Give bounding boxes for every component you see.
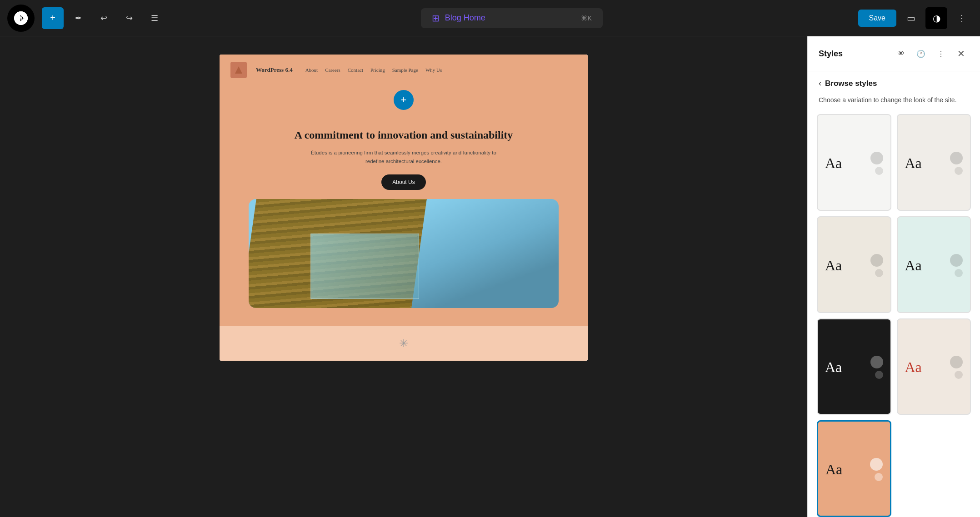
style-dot-large <box>870 356 883 368</box>
style-aa-label: Aa <box>825 461 842 478</box>
style-dots <box>870 152 883 175</box>
undo-button[interactable]: ↩ <box>93 7 115 29</box>
more-icon: ⋮ <box>957 13 966 24</box>
styles-more-icon: ⋮ <box>937 50 945 58</box>
style-dot-small <box>955 269 963 277</box>
style-dot-small <box>955 167 963 175</box>
dark-mode-button[interactable]: ◑ <box>925 7 947 29</box>
pen-tool-button[interactable]: ✒ <box>67 7 89 29</box>
add-block-inner-button[interactable]: + <box>394 90 414 110</box>
list-view-button[interactable]: ☰ <box>144 7 165 29</box>
styles-eye-button[interactable]: 👁 <box>893 45 909 62</box>
back-arrow-icon: ‹ <box>819 79 821 88</box>
add-block-button[interactable]: + <box>42 7 64 29</box>
hero-subtitle: Études is a pioneering firm that seamles… <box>308 149 499 165</box>
style-dot-small <box>875 473 883 481</box>
style-variation-4[interactable]: Aa <box>897 216 971 313</box>
nav-contact[interactable]: Contact <box>348 67 363 73</box>
styles-panel-actions: 👁 🕐 ⋮ ✕ <box>893 45 969 62</box>
list-icon: ☰ <box>151 13 158 23</box>
style-variation-5[interactable]: Aa <box>817 318 891 415</box>
browse-description: Choose a variation to change the look of… <box>808 95 980 114</box>
view-icon: ▭ <box>907 13 915 24</box>
style-aa-label: Aa <box>825 257 842 274</box>
nav-about[interactable]: About <box>305 67 318 73</box>
style-aa-label: Aa <box>825 359 842 376</box>
wp-logo-icon: W <box>13 10 29 26</box>
more-options-button[interactable]: ⋮ <box>951 7 973 29</box>
styles-panel: Styles 👁 🕐 ⋮ ✕ ‹ Browse styles <box>807 36 980 517</box>
main-area: WordPress 6.4 About Careers Contact Pric… <box>0 36 980 517</box>
styles-panel-header: Styles 👁 🕐 ⋮ ✕ <box>808 36 980 71</box>
layout-icon: ⊞ <box>432 13 440 24</box>
nav-why-us[interactable]: Why Us <box>425 67 442 73</box>
style-variation-2[interactable]: Aa <box>897 114 971 211</box>
style-variation-7[interactable]: Aa <box>817 420 891 517</box>
wp-logo: W <box>7 5 35 32</box>
style-variations: Aa Aa Aa <box>808 114 980 517</box>
close-icon: ✕ <box>957 48 965 59</box>
dark-mode-icon: ◑ <box>933 13 940 24</box>
style-aa-label: Aa <box>905 359 922 376</box>
nav-careers[interactable]: Careers <box>325 67 340 73</box>
styles-panel-title: Styles <box>819 49 843 59</box>
architecture-image <box>249 199 559 308</box>
toolbar: W + ✒ ↩ ↪ ☰ ⊞ Blog Home ⌘K Save ▭ ◑ ⋮ <box>0 0 980 36</box>
toolbar-right: Save ▭ ◑ ⋮ <box>858 7 973 29</box>
styles-more-button[interactable]: ⋮ <box>933 45 949 62</box>
style-dots <box>950 152 963 175</box>
style-dot-large <box>870 254 883 267</box>
style-aa-label: Aa <box>825 155 842 172</box>
style-variation-1[interactable]: Aa <box>817 114 891 211</box>
about-us-button[interactable]: About Us <box>381 174 425 190</box>
pen-icon: ✒ <box>75 13 82 23</box>
add-block-float: + <box>220 85 588 114</box>
undo-icon: ↩ <box>100 13 107 23</box>
history-icon: 🕐 <box>916 50 925 58</box>
site-logo <box>230 62 247 78</box>
style-variation-6[interactable]: Aa <box>897 318 971 415</box>
style-dot-large <box>950 356 963 368</box>
style-aa-label: Aa <box>905 257 922 274</box>
styles-close-button[interactable]: ✕ <box>953 45 969 62</box>
toolbar-center: ⊞ Blog Home ⌘K <box>169 8 855 28</box>
view-button[interactable]: ▭ <box>900 7 922 29</box>
browse-styles-header: ‹ Browse styles <box>808 71 980 95</box>
style-dot-small <box>875 371 883 379</box>
style-dots <box>870 356 883 379</box>
save-button[interactable]: Save <box>858 10 896 27</box>
bottom-section: ✳ <box>220 326 588 361</box>
style-variation-3[interactable]: Aa <box>817 216 891 313</box>
canvas-area: WordPress 6.4 About Careers Contact Pric… <box>0 36 807 517</box>
style-dot-small <box>955 371 963 379</box>
logo-icon <box>234 65 243 75</box>
page-title-inner: ⊞ Blog Home <box>432 13 485 24</box>
hero-section: A commitment to innovation and sustainab… <box>220 114 588 326</box>
styles-history-button[interactable]: 🕐 <box>913 45 929 62</box>
shortcut-badge: ⌘K <box>581 15 591 22</box>
back-button[interactable]: ‹ <box>819 79 821 88</box>
style-dot-large <box>950 152 963 164</box>
building-glass <box>310 234 419 299</box>
style-dot-small <box>875 269 883 277</box>
style-dots <box>870 254 883 277</box>
redo-icon: ↪ <box>126 13 133 23</box>
nav-pricing[interactable]: Pricing <box>370 67 385 73</box>
site-name: WordPress 6.4 <box>256 66 293 74</box>
style-dots <box>950 254 963 277</box>
style-dots <box>950 356 963 379</box>
style-dot-small <box>875 167 883 175</box>
page-title-area[interactable]: ⊞ Blog Home ⌘K <box>421 8 603 28</box>
style-dot-large <box>870 152 883 164</box>
redo-button[interactable]: ↪ <box>118 7 140 29</box>
image-inner <box>249 199 559 308</box>
page-title: Blog Home <box>445 13 485 23</box>
style-dot-large <box>870 458 883 471</box>
svg-text:W: W <box>18 15 25 22</box>
nav-sample-page[interactable]: Sample Page <box>392 67 418 73</box>
browse-styles-title: Browse styles <box>825 79 877 88</box>
site-header: WordPress 6.4 About Careers Contact Pric… <box>220 55 588 85</box>
style-aa-label: Aa <box>905 155 922 172</box>
hero-title: A commitment to innovation and sustainab… <box>238 128 570 142</box>
eye-icon: 👁 <box>897 50 905 58</box>
